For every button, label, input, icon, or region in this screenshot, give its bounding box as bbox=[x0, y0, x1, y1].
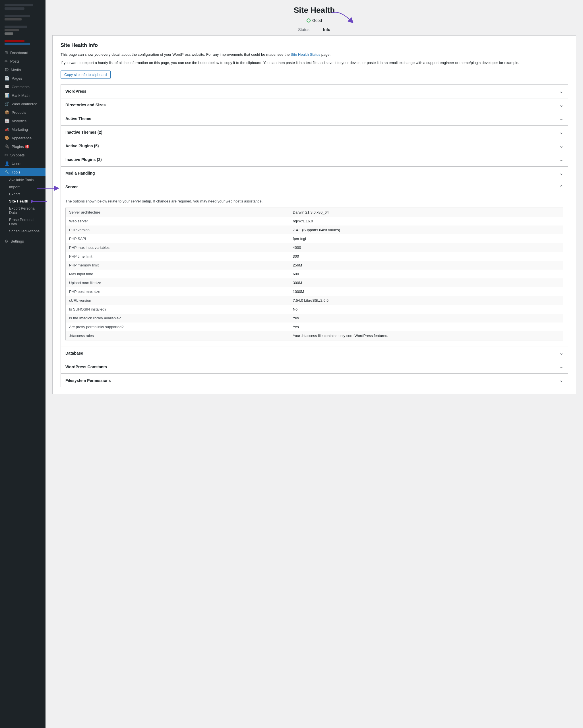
accordion-active-theme: Active Theme ⌄ bbox=[60, 112, 568, 126]
chevron-down-icon: ⌄ bbox=[559, 171, 563, 176]
accordion-active-plugins: Active Plugins (5) ⌄ bbox=[60, 139, 568, 153]
sidebar-item-woocommerce[interactable]: 🛒 WooCommerce bbox=[0, 100, 46, 108]
accordion-inactive-themes-header[interactable]: Inactive Themes (2) ⌄ bbox=[61, 126, 568, 139]
table-row: PHP SAPIfpm-fcgi bbox=[66, 234, 563, 243]
sidebar-item-products[interactable]: 📦 Products bbox=[0, 108, 46, 116]
accordion-wordpress-header[interactable]: WordPress ⌄ bbox=[61, 85, 568, 98]
server-label: Max input time bbox=[66, 269, 289, 279]
tab-status[interactable]: Status bbox=[297, 26, 310, 35]
chevron-down-icon: ⌄ bbox=[559, 350, 563, 356]
server-value: nginx/1.16.0 bbox=[289, 217, 563, 226]
accordion-inactive-plugins-header[interactable]: Inactive Plugins (2) ⌄ bbox=[61, 153, 568, 166]
server-label: PHP post max size bbox=[66, 287, 289, 296]
sidebar-item-media[interactable]: 🖼 Media bbox=[0, 66, 46, 74]
sidebar-item-plugins[interactable]: 🔌 Plugins 4 bbox=[0, 142, 46, 151]
chevron-down-icon: ⌄ bbox=[559, 102, 563, 108]
chevron-down-icon: ⌄ bbox=[559, 116, 563, 122]
sidebar-item-marketing[interactable]: 📣 Marketing bbox=[0, 125, 46, 134]
table-row: Is SUHOSIN installed?No bbox=[66, 305, 563, 314]
main-content: Site Health Good Status Info bbox=[46, 0, 583, 728]
accordion-active-plugins-header[interactable]: Active Plugins (5) ⌄ bbox=[61, 139, 568, 153]
tools-icon: 🔧 bbox=[4, 170, 9, 174]
info-tab-arrow bbox=[329, 10, 366, 27]
accordion-wp-constants-header[interactable]: WordPress Constants ⌄ bbox=[61, 360, 568, 373]
accordion-server-header[interactable]: Server ⌄ bbox=[61, 180, 568, 194]
dashboard-icon: ⊞ bbox=[4, 50, 8, 55]
chevron-up-icon: ⌄ bbox=[559, 184, 563, 190]
plugins-badge: 4 bbox=[25, 145, 30, 149]
server-value: Your .htaccess file contains only core W… bbox=[289, 331, 563, 340]
server-label: cURL version bbox=[66, 296, 289, 305]
server-value: 600 bbox=[289, 269, 563, 279]
status-dot bbox=[307, 19, 310, 23]
accordion-filesystem: Filesystem Permissions ⌄ bbox=[60, 373, 568, 387]
site-health-status-link[interactable]: Site Health Status bbox=[290, 52, 320, 57]
sidebar-top-blurred2 bbox=[0, 24, 46, 37]
accordion-filesystem-header[interactable]: Filesystem Permissions ⌄ bbox=[61, 374, 568, 387]
server-value: 4000 bbox=[289, 243, 563, 252]
section-title: Site Health Info bbox=[60, 42, 568, 48]
server-label: PHP SAPI bbox=[66, 234, 289, 243]
table-row: PHP max input variables4000 bbox=[66, 243, 563, 252]
sidebar: ⊞ Dashboard ✏ Posts 🖼 Media 📄 Pages 💬 Co… bbox=[0, 0, 46, 728]
server-description: The options shown below relate to your s… bbox=[66, 199, 563, 205]
page-title: Site Health bbox=[52, 6, 576, 15]
sidebar-item-comments[interactable]: 💬 Comments bbox=[0, 82, 46, 91]
tab-info[interactable]: Info bbox=[322, 26, 332, 35]
table-row: Server architectureDarwin 21.3.0 x86_64 bbox=[66, 208, 563, 217]
submenu-scheduled-actions[interactable]: Scheduled Actions bbox=[0, 228, 46, 235]
server-label: Web server bbox=[66, 217, 289, 226]
sidebar-item-settings[interactable]: ⚙ Settings bbox=[0, 237, 46, 245]
sidebar-item-rank-math[interactable]: 📊 Rank Math bbox=[0, 91, 46, 100]
chevron-down-icon: ⌄ bbox=[559, 89, 563, 94]
submenu-export-personal[interactable]: Export Personal Data bbox=[0, 205, 46, 216]
marketing-icon: 📣 bbox=[4, 127, 9, 132]
sidebar-item-dashboard[interactable]: ⊞ Dashboard bbox=[0, 48, 46, 57]
tabs-container: Status Info bbox=[52, 26, 576, 35]
accordion-directories-header[interactable]: Directories and Sizes ⌄ bbox=[61, 98, 568, 112]
server-label: Is SUHOSIN installed? bbox=[66, 305, 289, 314]
submenu-site-health[interactable]: Site Health bbox=[0, 198, 46, 205]
users-icon: 👤 bbox=[4, 161, 9, 166]
accordion-wp-constants: WordPress Constants ⌄ bbox=[60, 360, 568, 374]
submenu-export[interactable]: Export bbox=[0, 190, 46, 198]
content-area: Site Health Info This page can show you … bbox=[52, 35, 576, 394]
accordion-media-handling-header[interactable]: Media Handling ⌄ bbox=[61, 167, 568, 180]
accordion-server: Server ⌄ The options shown below relate … bbox=[60, 180, 568, 347]
sidebar-item-tools[interactable]: 🔧 Tools bbox=[0, 168, 46, 176]
table-row: Upload max filesize300M bbox=[66, 279, 563, 287]
rank-math-icon: 📊 bbox=[4, 93, 9, 98]
copy-to-clipboard-button[interactable]: Copy site info to clipboard bbox=[60, 71, 111, 79]
chevron-down-icon: ⌄ bbox=[559, 364, 563, 369]
accordion: WordPress ⌄ Directories and Sizes ⌄ Acti… bbox=[60, 84, 568, 388]
chevron-down-icon: ⌄ bbox=[559, 143, 563, 149]
server-value: 1000M bbox=[289, 287, 563, 296]
appearance-icon: 🎨 bbox=[4, 136, 9, 140]
submenu-available-tools[interactable]: Available Tools bbox=[0, 176, 46, 183]
accordion-wordpress: WordPress ⌄ bbox=[60, 84, 568, 98]
server-label: Upload max filesize bbox=[66, 279, 289, 287]
table-row: .htaccess rulesYour .htaccess file conta… bbox=[66, 331, 563, 340]
snippets-icon: ✂ bbox=[4, 153, 8, 157]
sidebar-item-posts[interactable]: ✏ Posts bbox=[0, 57, 46, 66]
server-label: PHP max input variables bbox=[66, 243, 289, 252]
sidebar-item-appearance[interactable]: 🎨 Appearance bbox=[0, 134, 46, 142]
server-table: Server architectureDarwin 21.3.0 x86_64W… bbox=[66, 208, 563, 340]
sidebar-item-snippets[interactable]: ✂ Snippets bbox=[0, 151, 46, 159]
accordion-database-header[interactable]: Database ⌄ bbox=[61, 346, 568, 360]
status-bar: Good bbox=[52, 18, 576, 23]
submenu-erase-personal[interactable]: Erase Personal Data bbox=[0, 216, 46, 228]
table-row: Web servernginx/1.16.0 bbox=[66, 217, 563, 226]
description-2: If you want to export a handy list of al… bbox=[60, 60, 568, 66]
sidebar-item-analytics[interactable]: 📈 Analytics bbox=[0, 116, 46, 125]
sidebar-item-users[interactable]: 👤 Users bbox=[0, 159, 46, 168]
table-row: Is the Imagick library available?Yes bbox=[66, 314, 563, 322]
table-row: Are pretty permalinks supported?Yes bbox=[66, 322, 563, 331]
table-row: PHP memory limit256M bbox=[66, 261, 563, 269]
server-label: Is the Imagick library available? bbox=[66, 314, 289, 322]
plugins-icon: 🔌 bbox=[4, 144, 9, 149]
chevron-down-icon: ⌄ bbox=[559, 130, 563, 135]
accordion-active-theme-header[interactable]: Active Theme ⌄ bbox=[61, 112, 568, 125]
sidebar-item-pages[interactable]: 📄 Pages bbox=[0, 74, 46, 82]
table-row: PHP time limit300 bbox=[66, 252, 563, 261]
